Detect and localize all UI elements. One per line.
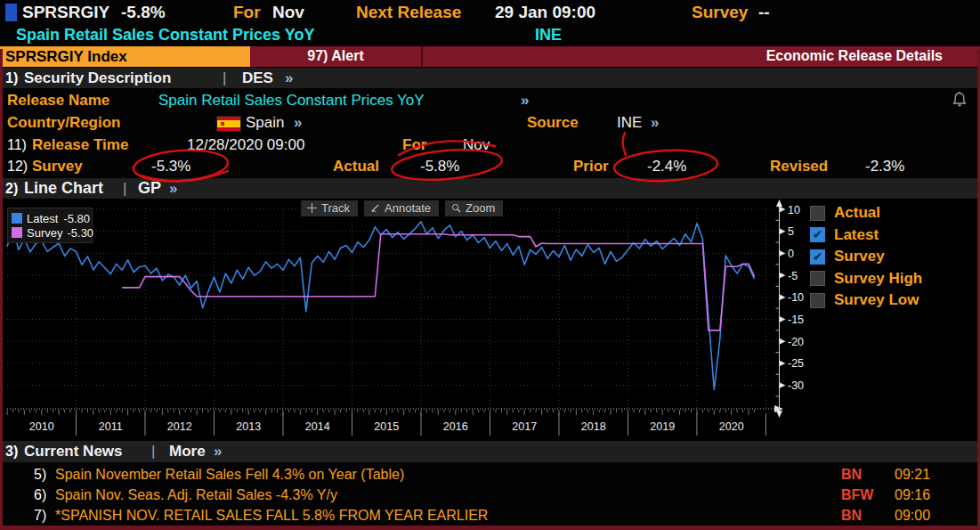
survey-field-label[interactable]: Survey [32,158,83,175]
country-arrow[interactable]: » [294,114,302,132]
news-1-source: BN [841,467,862,483]
survey-swatch-icon [12,227,22,238]
line-chart-band: 2) Line Chart | GP » [0,178,980,199]
source-arrow[interactable]: » [651,114,659,132]
release-time-value: 12/28/2020 09:00 [187,136,304,154]
legend-item-latest: Latest -5.80 [12,211,88,225]
news-1-time: 09:21 [895,467,930,483]
latest-swatch-icon [12,213,22,224]
source-subtitle: INE [535,26,562,45]
release-name-value[interactable]: Spain Retail Sales Constant Prices YoY [158,92,425,110]
security-section-title[interactable]: Security Description [24,69,171,87]
revised-field-value: -2.3% [865,158,904,175]
news-section-title[interactable]: Current News [24,443,123,461]
legend-item-survey: Survey -5.30 [12,225,88,240]
prior-field-label: Prior [573,158,609,175]
screen-title: Economic Release Details [766,48,943,64]
checkbox-row-survey-low[interactable]: Survey Low [810,289,922,312]
more-command[interactable]: More [169,443,206,461]
x-axis-year-label: 2012 [167,420,192,433]
y-axis-tick-label: -15 [788,314,804,326]
legend-survey-value: -5.30 [67,226,93,240]
y-axis-tick-label: -30 [788,379,804,392]
news-2-time: 09:16 [895,487,930,503]
news-section-number[interactable]: 3) [5,444,18,460]
legend-latest-value: -5.80 [63,212,90,225]
news-2-headline[interactable]: Spain Nov. Seas. Adj. Retail Sales -4.3%… [55,487,337,503]
source-value[interactable]: INE [617,114,642,132]
gp-arrow[interactable]: » [169,180,177,198]
y-axis-tick-label: -10 [788,291,804,304]
release-time-number[interactable]: 11) [7,137,27,153]
legend-survey-name: Survey [27,226,62,240]
survey-checkbox[interactable]: ✔ [810,249,825,265]
current-news-band: 3) Current News | More » [0,441,980,462]
zoom-button[interactable]: Zoom [445,200,503,216]
crosshair-icon [307,203,317,213]
country-region-label: Country/Region [7,114,121,132]
chart-toolbar: Track Annotate Zoom [301,200,503,216]
release-name-arrow[interactable]: » [521,92,529,110]
next-release-label: Next Release [356,3,461,22]
y-axis-tick-label: -5 [788,270,798,282]
source-label: Source [527,114,579,132]
legend-latest-name: Latest [27,212,58,225]
for-label: For [233,3,261,22]
actual-field-value: -5.8% [420,158,459,175]
next-release-value: 29 Jan 09:00 [495,3,595,22]
prior-field-value: -2.4% [647,158,686,175]
survey-low-checkbox[interactable] [810,293,825,308]
release-time-label[interactable]: Release Time [32,136,128,154]
annotate-label: Annotate [385,201,431,215]
revised-field-label: Revised [770,158,828,175]
latest-checkbox-label: Latest [834,226,879,244]
alert-button[interactable]: 97) Alert [250,46,421,67]
for-value: Nov [272,3,304,22]
news-item-2[interactable]: 6) Spain Nov. Seas. Adj. Retail Sales -4… [0,487,980,507]
latest-checkbox[interactable]: ✔ [810,227,825,242]
news-item-3[interactable]: 7) *SPANISH NOV. RETAIL SALES FALL 5.8% … [0,508,980,527]
checkbox-row-survey-high[interactable]: Survey High [810,268,922,290]
magnifier-icon [451,203,461,213]
x-axis-year-label: 2013 [236,420,261,433]
news-1-number: 5) [34,467,46,483]
chart-section-title[interactable]: Line Chart [24,179,103,198]
news-3-headline[interactable]: *SPANISH NOV. RETAIL SALES FALL 5.8% FRO… [55,508,488,524]
y-axis-tick-label: -25 [788,357,804,370]
line-chart[interactable]: 2010201120122013201420152016201720182019… [0,199,980,441]
more-arrow[interactable]: » [214,443,222,461]
checkbox-row-latest[interactable]: ✔ Latest [810,224,922,247]
y-axis-tick-label: 10 [788,204,800,216]
ticker-input-field[interactable]: SPRSRGIY Index [0,46,250,67]
pencil-icon [370,203,380,213]
des-arrow[interactable]: » [285,69,293,87]
command-bar: SPRSRGIY Index 97) Alert Economic Releas… [0,46,980,67]
survey-low-checkbox-label: Survey Low [834,291,919,309]
survey-checkbox-label: Survey [834,248,885,265]
chart-section-number[interactable]: 2) [5,181,18,197]
release-name-label: Release Name [7,92,109,110]
zoom-label: Zoom [466,201,495,215]
command-bar-separator [421,46,423,67]
actual-checkbox[interactable] [810,206,825,221]
survey-label-top: Survey [692,3,748,22]
news-separator-pipe: | [151,443,155,461]
des-command[interactable]: DES [242,69,273,87]
gp-command[interactable]: GP [138,179,161,198]
news-item-1[interactable]: 5) Spain November Retail Sales Fell 4.3%… [0,467,980,486]
checkbox-row-actual[interactable]: Actual [810,202,922,224]
screen-edge-left [0,49,3,530]
news-1-headline[interactable]: Spain November Retail Sales Fell 4.3% on… [55,467,404,483]
survey-field-value: -5.3% [151,158,190,175]
actual-field-label: Actual [333,158,379,175]
bell-icon[interactable] [951,91,968,109]
security-section-number[interactable]: 1) [5,70,18,86]
figures-row-number[interactable]: 12) [7,159,28,175]
bloomberg-terminal-screen: SPRSRGIY -5.8% For Nov Next Release 29 J… [0,0,980,530]
survey-high-checkbox[interactable] [810,271,825,286]
country-value[interactable]: Spain [246,114,284,132]
annotate-button[interactable]: Annotate [364,200,439,216]
checkbox-row-survey[interactable]: ✔ Survey [810,246,922,268]
track-button[interactable]: Track [301,200,358,216]
x-axis-year-label: 2017 [512,420,537,433]
